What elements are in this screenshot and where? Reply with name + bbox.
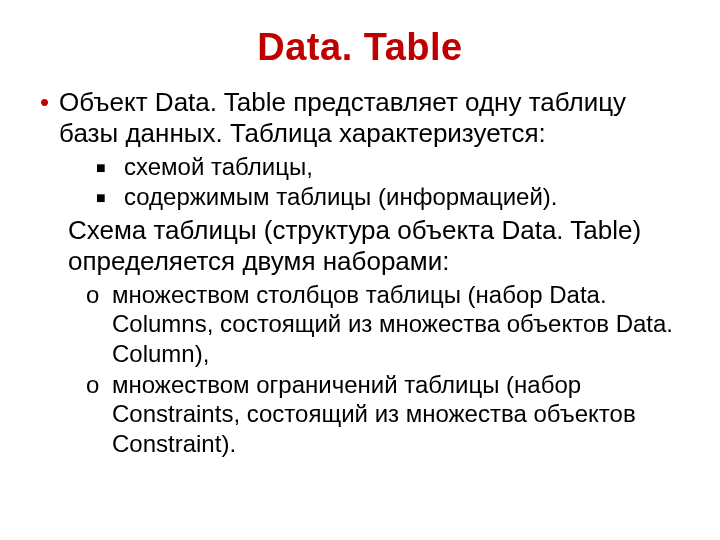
circle-bullet-icon: o — [86, 280, 112, 309]
circle-bullet-icon: o — [86, 370, 112, 399]
sub-list-2: o множеством столбцов таблицы (набор Dat… — [86, 280, 680, 458]
schema-paragraph: Схема таблицы (структура объекта Data. T… — [68, 215, 680, 276]
slide: Data. Table • Объект Data. Table предста… — [0, 0, 720, 540]
bullet-dot-icon: • — [40, 87, 49, 118]
sub-item-text: схемой таблицы, — [124, 152, 313, 181]
sub-item: ■ схемой таблицы, — [96, 152, 680, 181]
slide-body: • Объект Data. Table представляет одну т… — [40, 87, 680, 458]
sub-item-text: содержимым таблицы (информацией). — [124, 182, 558, 211]
bullet-item: • Объект Data. Table представляет одну т… — [40, 87, 680, 148]
sub2-item: o множеством столбцов таблицы (набор Dat… — [86, 280, 680, 368]
intro-text: Объект Data. Table представляет одну таб… — [59, 87, 680, 148]
slide-title: Data. Table — [40, 26, 680, 69]
sub-list: ■ схемой таблицы, ■ содержимым таблицы (… — [96, 152, 680, 211]
sub2-item: o множеством ограничений таблицы (набор … — [86, 370, 680, 458]
sub2-item-text: множеством ограничений таблицы (набор Co… — [112, 370, 680, 458]
square-bullet-icon: ■ — [96, 182, 124, 208]
sub2-item-text: множеством столбцов таблицы (набор Data.… — [112, 280, 680, 368]
sub-item: ■ содержимым таблицы (информацией). — [96, 182, 680, 211]
square-bullet-icon: ■ — [96, 152, 124, 178]
